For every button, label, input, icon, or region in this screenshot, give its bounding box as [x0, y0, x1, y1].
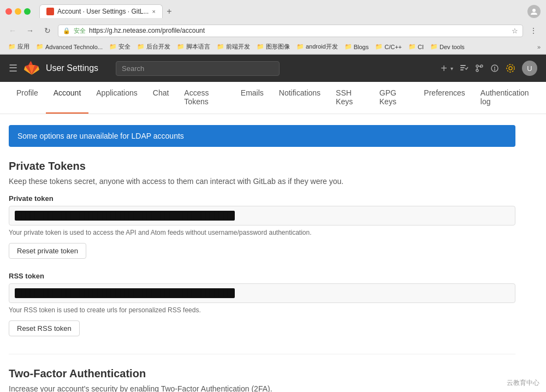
lock-icon: 🔒 [63, 27, 70, 34]
nav-profile[interactable]: Profile [9, 82, 46, 114]
nav-notifications[interactable]: Notifications [271, 82, 328, 114]
address-bar[interactable]: 🔒 安全 https://g.hz.netease.com/profile/ac… [58, 25, 523, 37]
bookmark-backend[interactable]: 📁 后台开发 [134, 41, 173, 52]
page-content: Some options are unavailable for LDAP ac… [0, 114, 524, 392]
activity-spinner-icon[interactable] [506, 63, 515, 73]
bookmarks-more-button[interactable]: » [537, 44, 541, 50]
private-token-redacted-value: ████████████████████████████████████████… [15, 211, 235, 221]
folder-icon: 📁 [296, 43, 304, 50]
nav-authentication-log[interactable]: Authentication log [473, 82, 537, 114]
hamburger-menu-button[interactable]: ☰ [9, 62, 17, 74]
tab-close-button[interactable]: × [152, 8, 155, 15]
tab-favicon [46, 8, 54, 15]
bookmark-label: Dev tools [440, 44, 465, 50]
bookmark-advanced[interactable]: 📁 Advanced Technolo... [33, 42, 105, 51]
issues-icon[interactable] [490, 64, 499, 73]
page-footer-watermark: 云教育中心 [507, 378, 539, 388]
folder-icon: 📁 [375, 43, 383, 50]
nav-preferences[interactable]: Preferences [416, 82, 472, 114]
folder-icon: 📁 [408, 43, 416, 50]
forward-button[interactable]: → [23, 23, 37, 38]
folder-icon: 📁 [257, 43, 264, 50]
ldap-alert-banner: Some options are unavailable for LDAP ac… [9, 125, 515, 147]
address-text: https://g.hz.netease.com/profile/account [89, 27, 508, 34]
gitlab-app: ☰ User Settings + ▾ [0, 55, 546, 392]
back-button[interactable]: ← [5, 23, 20, 38]
private-tokens-title: Private Tokens [9, 160, 515, 173]
bookmark-security[interactable]: 📁 安全 [106, 41, 133, 52]
nav-access-tokens[interactable]: Access Tokens [176, 82, 233, 114]
nav-ssh-keys[interactable]: SSH Keys [328, 82, 372, 114]
section-divider [9, 354, 515, 354]
two-factor-section: Two-Factor Authentication Increase your … [9, 367, 515, 392]
bookmark-devtools[interactable]: 📁 Dev tools [428, 42, 467, 51]
bookmark-label: Blogs [354, 44, 369, 50]
bookmark-cpp[interactable]: 📁 C/C++ [372, 42, 405, 51]
bookmark-label: android开发 [306, 43, 338, 51]
secure-label: 安全 [74, 27, 86, 35]
nav-applications[interactable]: Applications [88, 82, 145, 114]
maximize-window-button[interactable] [24, 8, 31, 15]
svg-point-12 [509, 67, 512, 70]
bookmarks-bar: 📁 应用 📁 Advanced Technolo... 📁 安全 📁 后台开发 … [0, 40, 546, 54]
bookmark-blogs[interactable]: 📁 Blogs [342, 42, 372, 51]
bookmark-android[interactable]: 📁 android开发 [294, 41, 341, 52]
svg-point-0 [532, 9, 536, 12]
active-tab[interactable]: Account · User Settings · GitL... × [39, 4, 163, 18]
private-tokens-description: Keep these tokens secret, anyone with ac… [9, 177, 515, 186]
bookmark-graphics[interactable]: 📁 图形图像 [254, 41, 293, 52]
nav-account[interactable]: Account [46, 82, 89, 114]
bookmark-ci[interactable]: 📁 CI [406, 42, 426, 51]
refresh-button[interactable]: ↻ [40, 23, 55, 38]
reset-private-token-button[interactable]: Reset private token [9, 243, 86, 259]
browser-window-controls [5, 8, 31, 15]
browser-chrome: Account · User Settings · GitL... × + ← … [0, 0, 546, 55]
minimize-window-button[interactable] [15, 8, 21, 15]
browser-navbar: ← → ↻ 🔒 安全 https://g.hz.netease.com/prof… [0, 21, 546, 40]
svg-point-10 [495, 70, 495, 70]
bookmark-label: 应用 [17, 43, 29, 51]
nav-gpg-keys[interactable]: GPG Keys [372, 82, 417, 114]
folder-icon: 📁 [430, 43, 438, 50]
bookmark-apps[interactable]: 📁 应用 [5, 41, 32, 52]
ldap-alert-message: Some options are unavailable for LDAP ac… [17, 132, 184, 140]
gitlab-nav-icons: + ▾ U [441, 61, 537, 76]
todo-icon[interactable] [460, 64, 468, 73]
create-new-dropdown-arrow[interactable]: ▾ [450, 66, 453, 72]
tab-title: Account · User Settings · GitL... [57, 8, 149, 15]
bookmark-star-icon[interactable]: ☆ [512, 27, 518, 35]
browser-tabs: Account · User Settings · GitL... × + [39, 4, 524, 18]
bookmark-label: C/C++ [384, 44, 402, 50]
private-token-help: Your private token is used to access the… [9, 229, 515, 236]
private-tokens-section: Private Tokens Keep these tokens secret,… [9, 160, 515, 336]
new-tab-button[interactable]: + [163, 5, 176, 18]
nav-chat[interactable]: Chat [145, 82, 177, 114]
more-options-button[interactable]: ⋮ [526, 23, 541, 38]
bookmark-script[interactable]: 📁 脚本语言 [174, 41, 213, 52]
search-input[interactable] [116, 61, 280, 76]
rss-token-display: ████████████████████████████████████████… [9, 283, 515, 303]
bookmark-label: 安全 [118, 43, 130, 51]
create-new-button[interactable]: + [441, 62, 447, 75]
folder-icon: 📁 [177, 43, 185, 50]
svg-rect-3 [460, 69, 464, 70]
private-token-label: Private token [9, 194, 515, 203]
browser-titlebar: Account · User Settings · GitL... × + [0, 0, 546, 21]
reset-rss-token-button[interactable]: Reset RSS token [9, 320, 80, 336]
svg-point-11 [507, 64, 514, 72]
user-avatar[interactable]: U [522, 61, 537, 76]
browser-profile-icon [527, 5, 541, 18]
bookmark-label: 后台开发 [146, 43, 170, 51]
private-token-field-group: Private token ██████████████████████████… [9, 194, 515, 259]
merge-requests-icon[interactable] [475, 64, 484, 73]
folder-icon: 📁 [137, 43, 145, 50]
rss-token-label: RSS token [9, 272, 515, 280]
bookmark-frontend[interactable]: 📁 前端开发 [214, 41, 253, 52]
two-factor-title: Two-Factor Authentication [9, 367, 515, 380]
folder-icon: 📁 [109, 43, 117, 50]
folder-icon: 📁 [8, 43, 16, 50]
nav-emails[interactable]: Emails [233, 82, 271, 114]
rss-token-field-group: RSS token ██████████████████████████████… [9, 272, 515, 336]
folder-icon: 📁 [345, 43, 352, 50]
close-window-button[interactable] [5, 8, 12, 15]
